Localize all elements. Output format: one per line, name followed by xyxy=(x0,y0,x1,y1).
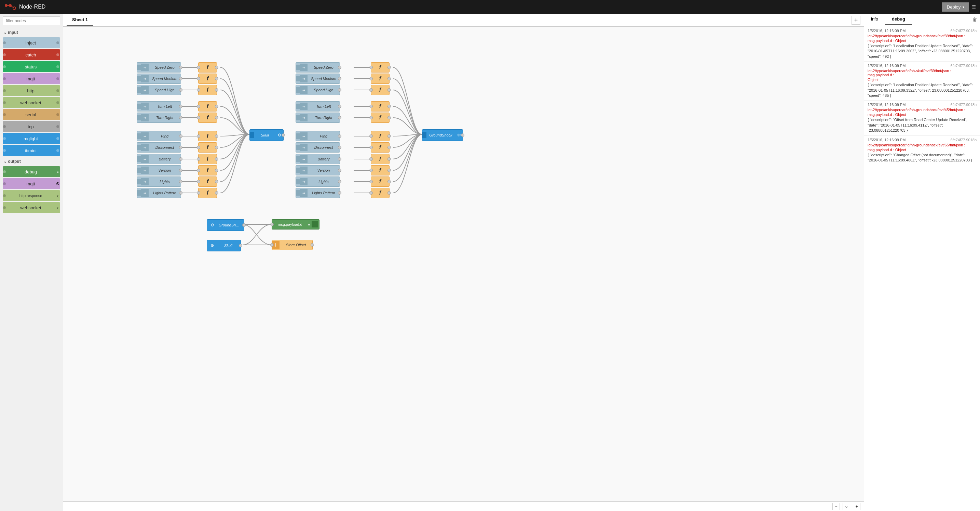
fn-r-battery[interactable]: f xyxy=(371,154,390,164)
node-r-lights-pattern[interactable]: ⇒ Lights Pattern xyxy=(296,188,340,198)
sidebar-item-status[interactable]: status xyxy=(3,61,60,72)
node-l-version[interactable]: ⇒ Version xyxy=(137,165,181,176)
mqtt-out-right-icon: ⦿ xyxy=(56,178,60,189)
node-l-disconnect[interactable]: ⇒ Disconnect xyxy=(137,142,181,153)
fn-r-speed-high[interactable]: f xyxy=(371,85,390,95)
panel-tab-info[interactable]: info xyxy=(864,14,885,25)
connections-svg xyxy=(63,27,864,501)
sidebar-item-mqtt[interactable]: mqtt xyxy=(3,73,60,84)
websocket-out-left-port xyxy=(3,202,6,213)
debug-msg-body: { "description": "Localization Position … xyxy=(867,82,977,98)
sidebar-item-http[interactable]: http xyxy=(3,85,60,96)
sidebar-item-mqtt-out[interactable]: mqtt ⦿ xyxy=(3,178,60,189)
debug-msg-meta: 1/5/2016, 12:16:09 PM 6fe74f77.9018b xyxy=(867,102,977,107)
sidebar-item-debug[interactable]: debug ≡ xyxy=(3,166,60,177)
debug-right-icon: ≡ xyxy=(56,166,60,177)
fn-r-version[interactable]: f xyxy=(371,165,390,176)
fn-r-lights[interactable]: f xyxy=(371,177,390,187)
canvas-tab-sheet1[interactable]: Sheet 1 xyxy=(67,14,93,26)
add-tab-button[interactable]: + xyxy=(851,16,861,25)
node-r-disconnect[interactable]: ⇒ Disconnect xyxy=(296,142,340,153)
debug-left-port xyxy=(3,166,6,177)
fn-l-battery[interactable]: f xyxy=(198,154,217,164)
debug-msg-meta: 1/5/2016, 12:16:09 PM 6fe74f77.9018b xyxy=(867,64,977,68)
sidebar-item-websocket-out[interactable]: websocket ◁ xyxy=(3,202,60,213)
deploy-button[interactable]: Deploy ▾ xyxy=(942,2,969,12)
fn-r-speed-zero[interactable]: f xyxy=(371,62,390,72)
node-r-turn-left[interactable]: ⇒ Turn Left xyxy=(296,101,340,112)
node-r-speed-high[interactable]: ⇒ Speed High xyxy=(296,85,340,95)
fn-r-turn-left[interactable]: f xyxy=(371,101,390,112)
menu-button[interactable]: ≡ xyxy=(972,3,976,11)
fn-l-turn-right[interactable]: f xyxy=(198,113,217,123)
sidebar-item-serial[interactable]: serial xyxy=(3,109,60,120)
sidebar-mqlight-label: mqlight xyxy=(6,136,56,141)
fn-l-disconnect[interactable]: f xyxy=(198,142,217,153)
fn-l-lights-pattern[interactable]: f xyxy=(198,188,217,198)
sidebar-item-catch[interactable]: catch xyxy=(3,49,60,60)
fn-r-ping[interactable]: f xyxy=(371,131,390,141)
fn-l-version[interactable]: f xyxy=(198,165,217,176)
zoom-out-button[interactable]: − xyxy=(832,503,840,510)
canvas[interactable]: ⇒ Speed Zero ⇒ Speed Medium ⇒ Speed High xyxy=(63,27,864,501)
node-groundshock[interactable]: GroundShock ⚙ xyxy=(422,129,463,141)
logo-icon xyxy=(4,3,16,11)
node-r-ping[interactable]: ⇒ Ping xyxy=(296,131,340,141)
clear-debug-button[interactable]: 🗑 xyxy=(972,17,977,22)
fn-l-speed-zero[interactable]: f xyxy=(198,62,217,72)
zoom-reset-button[interactable]: ○ xyxy=(843,503,850,510)
node-l-lights-pattern[interactable]: ⇒ Lights Pattern xyxy=(137,188,181,198)
node-l-battery[interactable]: ⇒ Battery xyxy=(137,154,181,164)
node-skull[interactable]: Skull ⚙ xyxy=(250,129,283,141)
fn-r-turn-right[interactable]: f xyxy=(371,113,390,123)
node-l-turn-left[interactable]: ⇒ Turn Left xyxy=(137,101,181,112)
zoom-in-button[interactable]: + xyxy=(853,503,861,510)
debug-msg-subtopic: msg.payload.d : Object xyxy=(867,113,977,117)
node-msg-payload[interactable]: msg.payload.d ≡ xyxy=(272,219,320,230)
app-name: Node-RED xyxy=(19,4,45,10)
node-r-speed-zero[interactable]: ⇒ Speed Zero xyxy=(296,62,340,72)
panel-tab-debug[interactable]: debug xyxy=(885,14,912,25)
node-gs-out[interactable]: ⚙ GroundShock xyxy=(207,219,244,231)
fn-l-ping[interactable]: f xyxy=(198,131,217,141)
sidebar-debug-label: debug xyxy=(6,169,56,174)
node-l-ping[interactable]: ⇒ Ping xyxy=(137,131,181,141)
node-store-offset[interactable]: f Store Offset xyxy=(272,240,313,250)
node-l-lights[interactable]: ⇒ Lights xyxy=(137,177,181,187)
sidebar-item-tcp[interactable]: tcp xyxy=(3,121,60,132)
debug-message: 1/5/2016, 12:16:09 PM 6fe74f77.9018b iot… xyxy=(864,62,980,101)
fn-r-disconnect[interactable]: f xyxy=(371,142,390,153)
sidebar-item-mqlight[interactable]: mqlight xyxy=(3,133,60,144)
topbar: Node-RED Deploy ▾ ≡ xyxy=(0,0,980,14)
fn-r-lights-pattern[interactable]: f xyxy=(371,188,390,198)
node-r-turn-right[interactable]: ⇒ Turn Right xyxy=(296,113,340,123)
sidebar-item-websocket[interactable]: websocket xyxy=(3,97,60,108)
sidebar-status-label: status xyxy=(6,64,56,69)
sidebar-item-http-response[interactable]: http response ◁ xyxy=(3,190,60,201)
sidebar-item-inject[interactable]: inject xyxy=(3,37,60,48)
sidebar-item-ibmiot[interactable]: ibmiot xyxy=(3,145,60,156)
mqlight-left-port xyxy=(3,133,6,144)
filter-nodes-input[interactable] xyxy=(3,16,60,25)
node-r-speed-medium[interactable]: ⇒ Speed Medium xyxy=(296,73,340,84)
node-r-version[interactable]: ⇒ Version xyxy=(296,165,340,176)
websocket-right-port xyxy=(56,97,60,108)
inject-left-port xyxy=(3,37,6,48)
debug-msg-meta: 1/5/2016, 12:16:09 PM 6fe74f77.9018b xyxy=(867,29,977,33)
fn-l-speed-high[interactable]: f xyxy=(198,85,217,95)
node-l-speed-high[interactable]: ⇒ Speed High xyxy=(137,85,181,95)
mqtt-right-port xyxy=(56,73,60,84)
node-l-speed-medium[interactable]: ⇒ Speed Medium xyxy=(137,73,181,84)
fn-l-lights[interactable]: f xyxy=(198,177,217,187)
http-response-left-port xyxy=(3,190,6,201)
debug-color-box xyxy=(312,221,318,227)
node-r-lights[interactable]: ⇒ Lights xyxy=(296,177,340,187)
inject-right-port xyxy=(56,37,60,48)
fn-r-speed-medium[interactable]: f xyxy=(371,73,390,84)
node-r-battery[interactable]: ⇒ Battery xyxy=(296,154,340,164)
node-l-speed-zero[interactable]: ⇒ Speed Zero xyxy=(137,62,181,72)
node-l-turn-right[interactable]: ⇒ Turn Right xyxy=(137,113,181,123)
fn-l-turn-left[interactable]: f xyxy=(198,101,217,112)
node-skull-out[interactable]: ⚙ Skull xyxy=(207,240,241,251)
fn-l-speed-medium[interactable]: f xyxy=(198,73,217,84)
